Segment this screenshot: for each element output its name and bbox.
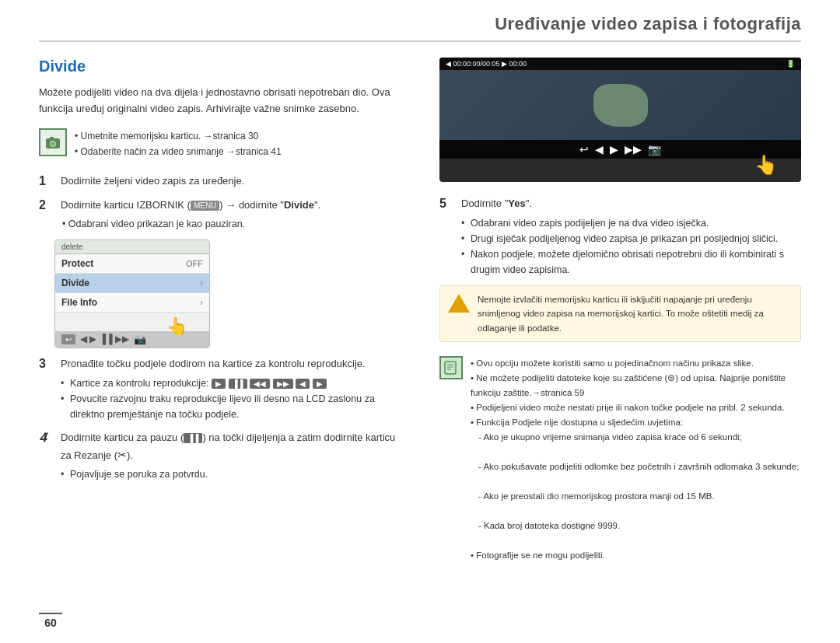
menu-image: delete Protect OFF Divide › File Info [54, 239, 210, 348]
map-shape [593, 84, 648, 127]
step-4-content: Dodirnite karticu za pauzu (▐▐) na točki… [61, 430, 401, 483]
page-number: 60 [39, 613, 62, 629]
step-1: 1 Dodirnite željeni video zapis za uređe… [39, 173, 401, 190]
video-screenshot: ◀ 00:00:00/00:05 ▶ 00:00 🔋 Divide ↩ ◀ ▶ … [439, 58, 801, 182]
note-line-4: • Funkcija Podjele nije dostupna u sljed… [471, 418, 683, 427]
page-container: Uređivanje video zapisa i fotografija Di… [0, 0, 840, 643]
step-2-sub: • Odabrani video prikazan je kao pauzira… [61, 216, 401, 232]
step-5: 5 Dodirnite "Yes". Odabrani video zapis … [439, 196, 801, 278]
divide-bold: Divide [284, 199, 314, 211]
protect-label: Protect [61, 258, 186, 269]
vid-fwd: ▶▶ [625, 143, 642, 156]
step-5-content: Dodirnite "Yes". Odabrani video zapis po… [461, 196, 801, 278]
prereq-line1: • Umetnite memorijsku karticu. →stranica… [75, 131, 258, 142]
step-3-bullets: Kartice za kontrolu reprodukcije: ▶ ▐▐ ◀… [61, 376, 401, 422]
step-3-bullet-2: Povucite razvojnu traku reprodukcije lij… [61, 391, 401, 422]
prereq-icon [39, 128, 67, 156]
hand-cursor-right: 👆 [754, 154, 778, 176]
intro-text: Možete podijeliti video na dva dijela i … [39, 85, 401, 117]
note-text: • Ovu opciju možete koristiti samo u poj… [471, 356, 801, 563]
step-3-text: Pronađite točku podjele dodirom na karti… [61, 358, 366, 369]
video-time: ◀ 00:00:00/00:05 ▶ 00:00 [446, 60, 527, 68]
prereq-line2: • Odaberite način za video snimanje →str… [75, 146, 282, 157]
divide-arrow: › [200, 278, 203, 288]
note-line-2: • Ne možete podijeliti datoteke koje su … [471, 373, 786, 397]
step-5-bullet-3: Nakon podjele, možete djelomično obrisat… [461, 246, 801, 278]
warning-text: Nemojte izvlačiti memorijsku karticu ili… [478, 292, 793, 335]
step-5-bullets: Odabrani video zapis podijeljen je na dv… [461, 215, 801, 278]
step-5-bullet-2: Drugi isječak podijeljenog video zapisa … [461, 231, 801, 246]
menu-item-protect: Protect OFF [55, 254, 209, 274]
step-2: 2 Dodirnite karticu IZBORNIK (MENU) → do… [39, 197, 401, 232]
note-pencil-icon [443, 359, 460, 376]
video-bottom-bar: ↩ ◀ ▶ ▶▶ 📷 [439, 140, 801, 159]
menu-badge: MENU [191, 201, 219, 211]
menu-top-bar: delete [55, 240, 209, 254]
step-number-1: 1 [39, 174, 53, 188]
back-btn: ↩ [61, 334, 75, 344]
menu-item-divide: Divide › [55, 274, 209, 293]
note-box: • Ovu opciju možete koristiti samo u poj… [439, 351, 801, 568]
note-line-7: - Ako je preostali dio memorijskog prost… [471, 489, 801, 504]
left-column: Divide Možete podijeliti video na dva di… [39, 58, 408, 638]
prereq-box: • Umetnite memorijsku karticu. →stranica… [39, 128, 401, 160]
menu-image-inner: delete Protect OFF Divide › File Info [55, 240, 209, 348]
svg-rect-4 [445, 362, 456, 374]
fileinfo-arrow: › [200, 297, 203, 308]
step-number-3: 3 [39, 357, 53, 371]
video-top-bar: ◀ 00:00:00/00:05 ▶ 00:00 🔋 [439, 58, 801, 70]
video-main-area [439, 70, 801, 140]
hand-cursor-menu: 👆 [166, 316, 187, 337]
step-3-bullet-1: Kartice za kontrolu reprodukcije: ▶ ▐▐ ◀… [61, 376, 401, 391]
yes-bold: Yes [508, 197, 525, 209]
fileinfo-label: File Info [61, 297, 197, 308]
vid-rew: ◀ [595, 143, 604, 156]
step-1-content: Dodirnite željeni video zapis za uređenj… [61, 173, 401, 190]
step-4: 4̈ Dodirnite karticu za pauzu (▐▐) na to… [39, 430, 401, 483]
step-4-bullet-1: Pojavljuje se poruka za potvrdu. [61, 467, 401, 482]
step-1-text: Dodirnite željeni video zapis za uređenj… [61, 175, 244, 187]
page-title: Uređivanje video zapisa i fotografija [495, 14, 801, 33]
vid-cam: 📷 [648, 143, 661, 156]
step-5-text: Dodirnite "Yes". [461, 197, 532, 209]
camera-icon [44, 134, 61, 151]
note-line-5: - Ako je ukupno vrijeme snimanja video z… [471, 430, 801, 445]
svg-rect-2 [50, 137, 54, 139]
right-column: ◀ 00:00:00/00:05 ▶ 00:00 🔋 Divide ↩ ◀ ▶ … [432, 58, 801, 638]
note-line-6: - Ako pokušavate podijeliti odlomke bez … [471, 460, 801, 474]
step-number-4: 4̈ [39, 431, 53, 445]
step-2-content: Dodirnite karticu IZBORNIK (MENU) → dodi… [61, 197, 401, 232]
note-line-8: - Kada broj datoteka dostigne 9999. [471, 519, 801, 533]
menu-item-fileinfo: File Info › [55, 293, 209, 313]
note-line-3: • Podijeljeni video može nestati prije i… [471, 403, 785, 412]
step-3: 3 Pronađite točku podjele dodirom na kar… [39, 356, 401, 422]
step-number-5: 5 [439, 197, 453, 211]
cam-icon: 📷 [134, 334, 146, 345]
note-icon [439, 356, 463, 379]
prereq-text: • Umetnite memorijsku karticu. →stranica… [75, 128, 282, 160]
content-area: Divide Možete podijeliti video na dva di… [39, 58, 801, 638]
note-line-9: • Fotografije se ne mogu podijeliti. [471, 550, 605, 560]
step-number-2: 2 [39, 198, 53, 212]
page-header: Uređivanje video zapisa i fotografija [39, 0, 801, 42]
step-3-content: Pronađite točku podjele dodirom na karti… [61, 356, 401, 422]
svg-point-3 [51, 142, 54, 145]
warning-triangle-icon [448, 294, 470, 313]
protect-value: OFF [186, 259, 203, 268]
step-4-text: Dodirnite karticu za pauzu (▐▐) na točki… [61, 432, 395, 461]
vid-play: ▶ [610, 143, 618, 156]
vid-back: ↩ [579, 143, 589, 156]
warning-box: Nemojte izvlačiti memorijsku karticu ili… [439, 285, 801, 342]
section-title: Divide [39, 58, 401, 75]
ctrl-icons: ◀ ▶ ▐▐ ▶▶ [80, 334, 129, 344]
divide-label: Divide [61, 278, 197, 288]
video-battery: 🔋 [786, 60, 795, 68]
delete-label: delete [61, 243, 82, 251]
note-line-1: • Ovu opciju možete koristiti samo u poj… [471, 358, 754, 368]
step-2-text: Dodirnite karticu IZBORNIK (MENU) → dodi… [61, 199, 320, 211]
step-4-bullets: Pojavljuje se poruka za potvrdu. [61, 467, 401, 482]
step-5-bullet-1: Odabrani video zapis podijeljen je na dv… [461, 215, 801, 231]
